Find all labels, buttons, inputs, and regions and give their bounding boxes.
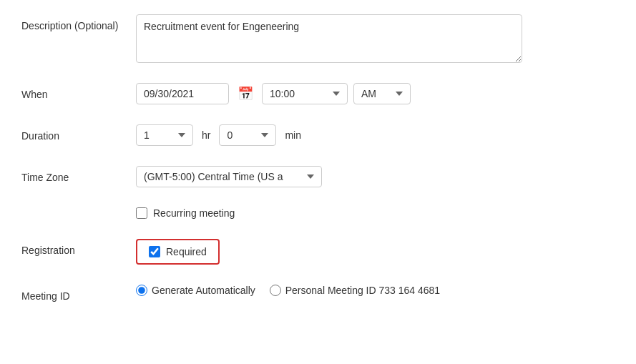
recurring-row: Recurring meeting — [136, 207, 615, 219]
meeting-id-controls: Generate Automatically Personal Meeting … — [136, 285, 615, 296]
description-label: Description (Optional) — [21, 14, 136, 31]
ampm-select[interactable]: AM PM — [353, 83, 411, 104]
duration-label: Duration — [21, 124, 136, 142]
date-input[interactable]: 09/30/2021 — [136, 83, 229, 104]
registration-controls: Required — [136, 239, 615, 265]
generate-automatically-radio[interactable] — [136, 285, 147, 296]
description-controls: Recruitment event for Engeneering — [136, 14, 615, 63]
meeting-id-row: Meeting ID Generate Automatically Person… — [21, 285, 615, 302]
duration-controls: 0 1 234 567 8910 hr 0 15 30 45 min — [136, 124, 615, 146]
calendar-icon-button[interactable]: 📅 — [235, 84, 256, 103]
registration-row: Registration Required — [21, 239, 615, 265]
timezone-label: Time Zone — [21, 166, 136, 183]
duration-row: Duration 0 1 234 567 8910 hr 0 15 30 45 … — [21, 124, 615, 146]
generate-automatically-label: Generate Automatically — [152, 285, 255, 296]
when-label: When — [21, 83, 136, 100]
calendar-icon: 📅 — [238, 87, 253, 101]
registration-required-label[interactable]: Required — [166, 246, 207, 257]
duration-min-select[interactable]: 0 15 30 45 — [219, 124, 276, 146]
meeting-id-radio-group: Generate Automatically Personal Meeting … — [136, 285, 440, 296]
registration-required-checkbox[interactable] — [149, 246, 160, 257]
recurring-checkbox[interactable] — [136, 207, 147, 219]
when-controls: 09/30/2021 📅 10:00 1:002:003:00 4:005:00… — [136, 83, 615, 104]
when-row: When 09/30/2021 📅 10:00 1:002:003:00 4:0… — [21, 83, 615, 104]
recurring-label[interactable]: Recurring meeting — [153, 207, 235, 219]
timezone-select[interactable]: (GMT-5:00) Central Time (US a (GMT-8:00)… — [136, 166, 322, 187]
generate-automatically-option[interactable]: Generate Automatically — [136, 285, 255, 296]
duration-hr-select[interactable]: 0 1 234 567 8910 — [136, 124, 193, 146]
personal-meeting-id-radio[interactable] — [270, 285, 281, 296]
time-select[interactable]: 10:00 1:002:003:00 4:005:006:00 7:008:00… — [262, 83, 348, 104]
hr-unit-label: hr — [199, 129, 213, 141]
registration-label: Registration — [21, 239, 136, 256]
meeting-id-label: Meeting ID — [21, 285, 136, 302]
registration-required-box: Required — [136, 239, 220, 265]
timezone-controls: (GMT-5:00) Central Time (US a (GMT-8:00)… — [136, 166, 615, 187]
personal-meeting-id-option[interactable]: Personal Meeting ID 733 164 4681 — [270, 285, 440, 296]
timezone-row: Time Zone (GMT-5:00) Central Time (US a … — [21, 166, 615, 187]
personal-meeting-id-label: Personal Meeting ID 733 164 4681 — [285, 285, 440, 296]
min-unit-label: min — [282, 129, 304, 141]
description-row: Description (Optional) Recruitment event… — [21, 14, 615, 63]
description-textarea[interactable]: Recruitment event for Engeneering — [136, 14, 522, 63]
